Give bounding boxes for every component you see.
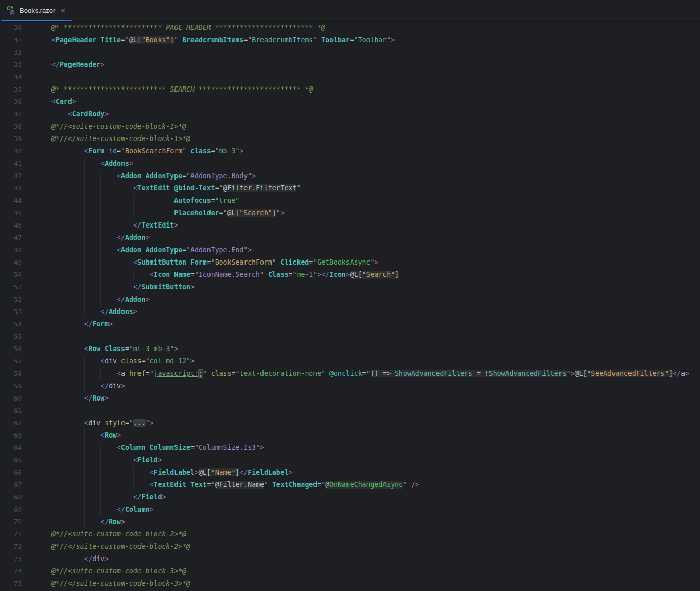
code-line[interactable]: 46 </TextEdit> — [0, 219, 700, 232]
line-number[interactable]: 70 — [0, 516, 22, 528]
line-number[interactable]: 37 — [0, 108, 22, 120]
line-number[interactable]: 36 — [0, 96, 22, 108]
code-line[interactable]: 38@*//<suite-custom-code-block-1>*@ — [0, 120, 700, 133]
code-line[interactable]: 42 <Addon AddonType="AddonType.Body"> — [0, 170, 700, 182]
line-number[interactable]: 50 — [0, 269, 22, 281]
code-line[interactable]: 43 <TextEdit @bind-Text="@Filter.FilterT… — [0, 182, 700, 195]
line-number[interactable]: 47 — [0, 232, 22, 244]
code-line[interactable]: 63 <Row> — [0, 429, 700, 442]
code-line[interactable]: 33</PageHeader> — [0, 59, 700, 71]
code-line[interactable]: 69 </Column> — [0, 503, 700, 516]
line-number[interactable]: 40 — [0, 145, 22, 158]
code-line[interactable]: 44 Autofocus="true" — [0, 195, 700, 207]
line-number[interactable]: 52 — [0, 293, 22, 306]
line-number[interactable]: 55 — [0, 331, 22, 343]
code-line[interactable]: 72@*//</suite-custom-code-block-2>*@ — [0, 541, 700, 553]
line-number[interactable]: 74 — [0, 565, 22, 578]
line-number[interactable]: 38 — [0, 120, 22, 133]
code-line[interactable]: 32 — [0, 46, 700, 59]
code-line[interactable]: 45 Placeholder="@L["Search"]"> — [0, 207, 700, 219]
code-text: </Addon> — [51, 293, 150, 306]
line-number[interactable]: 34 — [0, 71, 22, 83]
code-line[interactable]: 70 </Row> — [0, 516, 700, 528]
code-line[interactable]: 60 </Row> — [0, 392, 700, 405]
code-line[interactable]: 48 <Addon AddonType="AddonType.End"> — [0, 244, 700, 256]
line-number[interactable]: 67 — [0, 479, 22, 491]
code-line[interactable]: 59 </div> — [0, 380, 700, 392]
code-line[interactable]: 41 <Addons> — [0, 158, 700, 170]
code-line[interactable]: 56 <Row Class="mt-3 mb-3"> — [0, 343, 700, 355]
line-number[interactable]: 43 — [0, 182, 22, 195]
code-line[interactable]: 30@* ************************ PAGE HEADE… — [0, 22, 700, 34]
close-tab-icon[interactable]: ✕ — [60, 8, 65, 14]
line-number[interactable]: 48 — [0, 244, 22, 256]
code-token: @*//</suite-custom-code-block-3>*@ — [51, 580, 190, 587]
code-editor[interactable]: 30@* ************************ PAGE HEADE… — [0, 22, 700, 591]
line-number[interactable]: 49 — [0, 256, 22, 269]
code-line[interactable]: 73 </div> — [0, 553, 700, 565]
line-number[interactable]: 53 — [0, 306, 22, 318]
code-line[interactable]: 53 </Addons> — [0, 306, 700, 318]
code-line[interactable]: 67 <TextEdit Text="@Filter.Name" TextCha… — [0, 479, 700, 491]
line-number[interactable]: 39 — [0, 133, 22, 145]
line-number[interactable]: 60 — [0, 392, 22, 405]
line-number[interactable]: 44 — [0, 195, 22, 207]
code-line[interactable]: 40 <Form id="BookSearchForm" class="mb-3… — [0, 145, 700, 158]
code-line[interactable]: 58 <a href="javascript:;" class="text-de… — [0, 368, 700, 380]
line-number[interactable]: 35 — [0, 83, 22, 96]
code-line[interactable]: 47 </Addon> — [0, 232, 700, 244]
code-line[interactable]: 68 </Field> — [0, 491, 700, 503]
code-line[interactable]: 75@*//</suite-custom-code-block-3>*@ — [0, 578, 700, 590]
code-line[interactable]: 57 <div class="col-md-12"> — [0, 355, 700, 368]
line-number[interactable]: 58 — [0, 368, 22, 380]
folded-code-placeholder[interactable]: ... — [133, 419, 146, 427]
line-number[interactable]: 41 — [0, 158, 22, 170]
line-number[interactable]: 31 — [0, 34, 22, 46]
code-line[interactable]: 55 — [0, 331, 700, 343]
code-line[interactable]: 66 <FieldLabel>@L["Name"]</FieldLabel> — [0, 466, 700, 479]
code-line[interactable]: 39@*//</suite-custom-code-block-1>*@ — [0, 133, 700, 145]
code-line[interactable]: 71@*//<suite-custom-code-block-2>*@ — [0, 528, 700, 541]
line-number[interactable]: 63 — [0, 429, 22, 442]
code-line[interactable]: 52 </Addon> — [0, 293, 700, 306]
line-number[interactable]: 57 — [0, 355, 22, 368]
line-number[interactable]: 46 — [0, 219, 22, 232]
tab-books-razor[interactable]: C# @ Books.razor ✕ — [0, 0, 73, 21]
code-token: PageHeader — [56, 36, 96, 44]
code-line[interactable]: 65 <Field> — [0, 454, 700, 466]
line-number[interactable]: 64 — [0, 442, 22, 454]
line-number[interactable]: 66 — [0, 466, 22, 479]
line-number[interactable]: 62 — [0, 417, 22, 429]
line-number[interactable]: 75 — [0, 578, 22, 590]
code-line[interactable]: 34 — [0, 71, 700, 83]
code-line[interactable]: 37 <CardBody> — [0, 108, 700, 120]
code-line[interactable]: 49 <SubmitButton Form="BookSearchForm" C… — [0, 256, 700, 269]
line-number[interactable]: 33 — [0, 59, 22, 71]
code-line[interactable]: 36<Card> — [0, 96, 700, 108]
line-number[interactable]: 45 — [0, 207, 22, 219]
code-line[interactable]: 62 <div style="..."> — [0, 417, 700, 429]
line-number[interactable]: 56 — [0, 343, 22, 355]
line-number[interactable]: 59 — [0, 380, 22, 392]
code-line[interactable]: 51 </SubmitButton> — [0, 281, 700, 293]
line-number[interactable]: 51 — [0, 281, 22, 293]
line-number[interactable]: 32 — [0, 46, 22, 59]
line-number[interactable]: 61 — [0, 405, 22, 417]
line-number[interactable]: 69 — [0, 503, 22, 516]
code-line[interactable]: 31<PageHeader Title="@L["Books"]" Breadc… — [0, 34, 700, 46]
code-line[interactable]: 64 <Column ColumnSize="ColumnSize.Is3"> — [0, 442, 700, 454]
line-number[interactable]: 65 — [0, 454, 22, 466]
line-number[interactable]: 71 — [0, 528, 22, 541]
line-number[interactable]: 30 — [0, 22, 22, 34]
code-text: </Form> — [51, 318, 113, 331]
code-line[interactable]: 54 </Form> — [0, 318, 700, 331]
line-number[interactable]: 73 — [0, 553, 22, 565]
code-line[interactable]: 50 <Icon Name="IconName.Search" Class="m… — [0, 269, 700, 281]
code-line[interactable]: 61 — [0, 405, 700, 417]
line-number[interactable]: 68 — [0, 491, 22, 503]
line-number[interactable]: 72 — [0, 541, 22, 553]
code-line[interactable]: 74@*//<suite-custom-code-block-3>*@ — [0, 565, 700, 578]
code-line[interactable]: 35@* ************************* SEARCH **… — [0, 83, 700, 96]
line-number[interactable]: 42 — [0, 170, 22, 182]
line-number[interactable]: 54 — [0, 318, 22, 331]
